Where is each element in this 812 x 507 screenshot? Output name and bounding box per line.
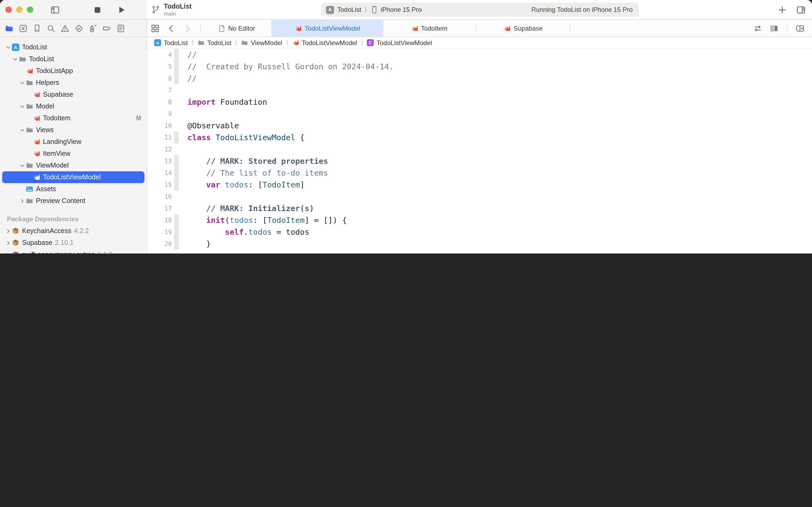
disclosure-open-icon[interactable] [18,104,26,109]
breadcrumb-item[interactable]: CTodoListViewModel [367,39,432,47]
back-button[interactable] [167,24,176,33]
folder-icon [197,39,205,46]
editor-layout-icon[interactable] [769,24,778,33]
package-name: KeychainAccess [22,227,71,235]
tree-item-assets[interactable]: Assets [0,183,147,195]
add-split-editor-icon[interactable] [796,24,805,33]
tree-item-label: TodoList [29,55,54,63]
disclosure-open-icon[interactable] [4,45,12,50]
disclosure-closed-icon[interactable] [4,240,12,245]
navigator-tab-search-icon[interactable] [47,24,55,33]
disclosure-open-icon[interactable] [18,80,26,85]
navigator-tab-warning-icon[interactable] [61,24,69,33]
disclosure-open-icon[interactable] [18,163,26,168]
zoom-button[interactable] [27,6,33,13]
navigator-tab-report-icon[interactable] [117,24,125,33]
breadcrumb-item[interactable]: TodoList [197,39,231,47]
navigator-tab-tag-icon[interactable] [103,24,111,33]
code-line-20: 20 } [147,238,812,250]
tree-item-todolist[interactable]: ATodoList [0,41,147,53]
line-number: 19 [147,228,172,236]
navigator-sidebar-toggle-button[interactable] [51,5,60,14]
scheme-selector[interactable]: A TodoList ⟩ iPhone 15 Pro Running TodoL… [321,3,639,17]
toolbar-left-section [0,0,147,19]
tab-supabase[interactable]: Supabase [477,20,569,37]
photos-icon [26,185,33,193]
breadcrumb-item[interactable]: ATodoList [154,39,188,47]
tree-item-todolistviewmodel[interactable]: TodoListViewModel [2,171,144,183]
navigator-tab-bookmark-icon[interactable] [33,24,41,33]
tab-todolistviewmodel[interactable]: TodoListViewModel [271,20,384,37]
code-text: self.todos = todos [187,228,309,236]
tree-item-views[interactable]: Views [0,124,147,136]
folder-icon [241,39,248,46]
code-text: init(todos: [TodoItem] = []) { [187,216,347,225]
change-bar [174,238,179,250]
line-number: 5 [147,63,172,70]
code-text: // MARK: Initializer(s) [187,204,314,213]
disclosure-open-icon[interactable] [11,57,19,61]
tree-item-landingview[interactable]: LandingView [0,136,147,148]
swift-icon [33,173,40,181]
disclosure-closed-icon[interactable] [18,199,26,203]
stop-button[interactable] [93,5,102,14]
tab-divider [476,24,476,32]
tab-no-editor[interactable]: No Editor [202,20,271,37]
scheme-destination[interactable]: iPhone 15 Pro [381,6,421,13]
breadcrumb-item[interactable]: TodoListViewModel [292,39,357,47]
change-bar [174,49,179,61]
swift-icon [292,39,299,46]
breadcrumb-item[interactable]: ViewModel [241,39,282,47]
swift-icon [33,114,40,122]
tree-item-todolistapp[interactable]: TodoListApp [0,65,147,77]
line-number: 4 [147,51,172,59]
tree-item-todolist[interactable]: TodoList [0,53,147,65]
package-item-keychainaccess[interactable]: KeychainAccess4.2.2 [0,225,147,237]
xcode-window: TodoList main A TodoList ⟩ iPhone 15 Pro… [0,0,812,253]
tree-item-preview-content[interactable]: Preview Content [0,195,147,207]
code-line-15: 15 var todos: [TodoItem] [147,179,812,191]
gutter-strip [174,144,179,155]
inspectors-toggle-button[interactable] [797,5,806,14]
source-editor[interactable]: 4//5// Created by Russell Gordon on 2024… [147,49,812,253]
tree-item-model[interactable]: Model [0,101,147,112]
add-editor-tab-button[interactable] [777,5,787,14]
swift-icon [26,67,33,75]
divider [787,24,787,32]
tree-item-viewmodel[interactable]: ViewModel [0,160,147,171]
disclosure-closed-icon[interactable] [4,229,12,233]
code-line-7: 7 [147,84,812,96]
minimize-button[interactable] [16,6,22,13]
close-button[interactable] [5,6,12,13]
tab-label: Supabase [514,24,543,32]
tab-overview-icon[interactable] [151,24,160,33]
scheme-app-name[interactable]: TodoList [337,6,361,13]
tree-item-label: TodoListApp [36,67,73,75]
breadcrumb-label: TodoListViewModel [377,39,432,47]
navigator-tab-diamond-check-icon[interactable] [75,24,83,33]
package-item-swift-concurrency-extras[interactable]: swift-concurrency-extras1.1.0 [0,249,147,253]
disclosure-open-icon[interactable] [18,127,26,132]
tree-item-helpers[interactable]: Helpers [0,77,147,89]
tab-todoitem[interactable]: TodoItem [384,20,475,37]
document-icon [218,24,226,32]
navigator-tab-xsquare-icon[interactable] [19,24,27,33]
code-text: // [187,51,197,59]
navigator-tab-folder-icon[interactable] [5,24,13,33]
forward-button[interactable] [183,24,192,33]
code-line-19: 19 self.todos = todos [147,226,812,238]
change-bar [174,214,179,226]
navigator-tab-spray-icon[interactable] [89,24,97,33]
run-button[interactable] [117,5,126,14]
package-version: 4.2.2 [74,227,89,235]
disclosure-closed-icon[interactable] [4,252,12,253]
tree-item-itemview[interactable]: ItemView [0,148,147,160]
c-badge-icon: C [367,39,374,46]
tree-item-supabase[interactable]: Supabase [0,89,147,101]
tab-label: TodoListViewModel [305,24,360,32]
package-item-supabase[interactable]: Supabase2.10.1 [0,237,147,249]
swap-editor-icon[interactable] [753,24,762,33]
appstore-blue-icon: A [12,44,19,51]
branch-name: main [164,10,192,16]
tree-item-todoitem[interactable]: TodoItemM [0,112,147,124]
